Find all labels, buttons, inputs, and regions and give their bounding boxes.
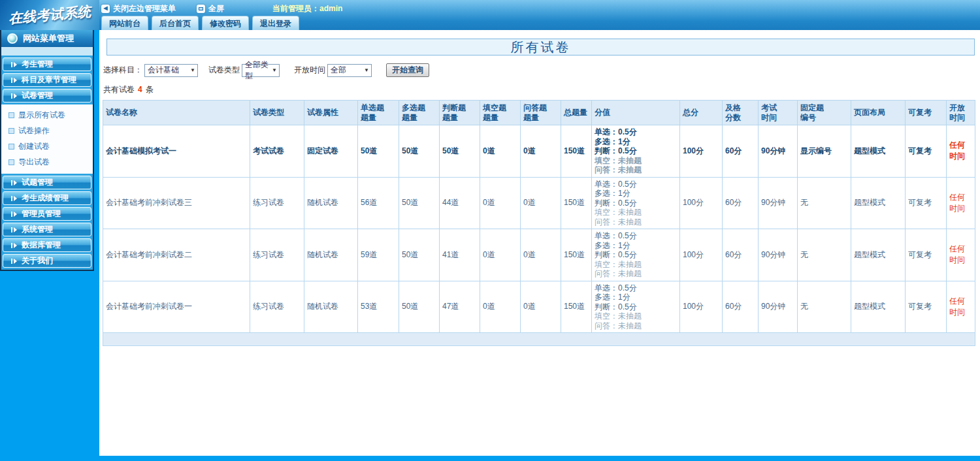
paper-type-filter-label: 试卷类型 [208, 65, 240, 76]
tab-change-password[interactable]: 修改密码 [202, 16, 249, 30]
sidebar-group-candidate-mgmt[interactable]: 考生管理 [3, 57, 91, 71]
cell-single-count: 59道 [358, 229, 399, 281]
cell-total-score: 100分 [680, 125, 723, 178]
open-time-filter-label: 开放时间 [294, 65, 325, 76]
score-line: 问答：未抽题 [595, 269, 677, 279]
sidebar-group-label: 关于我们 [22, 255, 53, 266]
cell-paper-attr: 随机试卷 [304, 281, 358, 333]
sidebar-group-admin-mgmt[interactable]: 管理员管理 [3, 207, 91, 221]
score-line: 单选：0.5分 [595, 180, 677, 189]
cell-score-breakdown: 单选：0.5分 多选：1分 判断：0.5分 填空：未抽题 问答：未抽题 [592, 281, 680, 333]
cell-fixed-no: 无 [798, 177, 851, 229]
paper-count-prefix: 共有试卷 [103, 85, 135, 94]
cell-open-time: 任何时间 [947, 125, 975, 178]
filter-bar: 选择科目： 会计基础 ▼ 试卷类型 全部类型 ▼ 开放时间 全部 ▼ 开始查询 [103, 63, 980, 77]
play-bar-icon [11, 259, 17, 264]
score-line: 单选：0.5分 [595, 127, 677, 137]
cell-total-count: 150道 [561, 177, 592, 229]
fullscreen-label: 全屏 [208, 3, 224, 14]
app-logo-text: 在线考试系统 [8, 3, 91, 28]
submenu-item-export-paper[interactable]: 导出试卷 [8, 157, 93, 168]
cell-page-layout: 题型模式 [851, 125, 906, 178]
cell-exam-time: 90分钟 [759, 125, 798, 178]
open-time-select[interactable]: 全部 ▼ [327, 64, 372, 77]
cell-judge-count: 47道 [440, 281, 480, 333]
chevron-down-icon: ▼ [364, 67, 369, 73]
sidebar-group-score-mgmt[interactable]: 考生成绩管理 [3, 191, 91, 205]
subject-select-value: 会计基础 [148, 65, 179, 76]
submenu-item-paper-operations[interactable]: 试卷操作 [8, 125, 93, 136]
submenu-item-show-all-papers[interactable]: 显示所有试卷 [8, 110, 93, 121]
score-line: 填空：未抽题 [595, 208, 677, 217]
cell-blank-count: 0道 [480, 125, 521, 178]
cell-judge-count: 41道 [440, 229, 480, 281]
current-admin-label: 当前管理员：admin [272, 3, 342, 14]
globe-orb-icon [7, 33, 18, 44]
square-bullet-icon [8, 112, 14, 118]
submenu-item-create-paper[interactable]: 创建试卷 [8, 141, 93, 152]
fullscreen-link[interactable]: 全屏 [197, 3, 224, 14]
score-line: 多选：1分 [595, 189, 677, 199]
cell-pass-score: 60分 [723, 229, 759, 281]
cell-score-breakdown: 单选：0.5分 多选：1分 判断：0.5分 填空：未抽题 问答：未抽题 [592, 177, 680, 229]
cell-total-score: 100分 [680, 177, 723, 229]
col-total-count: 总题量 [561, 101, 592, 125]
tab-site-front[interactable]: 网站前台 [101, 16, 148, 30]
cell-total-count: 150道 [561, 229, 592, 281]
play-bar-icon [11, 243, 17, 248]
cell-fixed-no: 显示编号 [798, 125, 851, 178]
play-bar-icon [11, 196, 17, 201]
cell-paper-type: 考试试卷 [250, 125, 304, 178]
subject-select[interactable]: 会计基础 ▼ [144, 64, 198, 77]
cell-paper-attr: 随机试卷 [304, 229, 358, 281]
sidebar-group-system-mgmt[interactable]: 系统管理 [3, 223, 91, 236]
score-line: 判断：0.5分 [595, 199, 677, 208]
cell-total-score: 100分 [680, 281, 723, 333]
topbar-links: ◀ 关闭左边管理菜单 全屏 当前管理员：admin [101, 3, 342, 14]
cell-open-time: 任何时间 [947, 177, 975, 229]
sidebar-group-about-us[interactable]: 关于我们 [3, 254, 91, 268]
col-qa-count: 问答题 题量 [521, 101, 561, 125]
page-title: 所有试卷 [106, 39, 975, 56]
table-row: 会计基础考前冲刺试卷三 练习试卷 随机试卷 56道 50道 44道 0道 0道 … [103, 177, 975, 229]
sidebar-group-paper-mgmt[interactable]: 试卷管理 [3, 89, 91, 103]
cell-paper-type: 练习试卷 [250, 177, 304, 229]
cell-open-time: 任何时间 [947, 229, 975, 281]
score-line: 填空：未抽题 [595, 156, 677, 166]
submenu-item-label: 显示所有试卷 [18, 110, 65, 121]
sidebar-group-subject-chapter-mgmt[interactable]: 科目及章节管理 [3, 73, 91, 87]
table-row: 会计基础考前冲刺试卷二 练习试卷 随机试卷 59道 50道 41道 0道 0道 … [103, 229, 975, 281]
sidebar-group-label: 考生成绩管理 [22, 193, 69, 204]
cell-paper-type: 练习试卷 [250, 229, 304, 281]
cell-retake: 可复考 [906, 125, 947, 178]
sidebar-group-question-mgmt[interactable]: 试题管理 [3, 176, 91, 189]
play-bar-icon [11, 93, 17, 99]
score-line: 问答：未抽题 [595, 321, 677, 331]
start-query-button[interactable]: 开始查询 [386, 63, 429, 77]
cell-page-layout: 题型模式 [851, 177, 906, 229]
sidebar-group-label: 试卷管理 [22, 90, 53, 101]
chevron-down-icon: ▼ [190, 67, 195, 73]
cell-retake: 可复考 [906, 281, 947, 333]
sidebar-divider [1, 47, 93, 56]
play-bar-icon [11, 180, 17, 185]
cell-exam-time: 90分钟 [759, 177, 798, 229]
cell-score-breakdown: 单选：0.5分 多选：1分 判断：0.5分 填空：未抽题 问答：未抽题 [592, 125, 680, 178]
paper-type-select[interactable]: 全部类型 ▼ [242, 64, 280, 77]
close-left-menu-link[interactable]: ◀ 关闭左边管理菜单 [101, 3, 176, 14]
play-bar-icon [11, 227, 17, 232]
score-line: 多选：1分 [595, 137, 677, 147]
top-bar: 在线考试系统 ◀ 关闭左边管理菜单 全屏 当前管理员：admin 网站前台 后台… [0, 0, 980, 30]
col-blank-count: 填空题 题量 [480, 101, 521, 125]
tab-admin-home[interactable]: 后台首页 [152, 16, 199, 30]
sidebar-group-database-mgmt[interactable]: 数据库管理 [3, 238, 91, 252]
col-paper-type: 试卷类型 [250, 101, 304, 125]
chevron-down-icon: ▼ [272, 67, 277, 73]
cell-pass-score: 60分 [723, 281, 759, 333]
fullscreen-icon [197, 5, 205, 13]
tab-logout[interactable]: 退出登录 [252, 16, 299, 30]
sidebar-group-label: 考生管理 [22, 59, 53, 70]
score-line: 填空：未抽题 [595, 260, 677, 270]
cell-pass-score: 60分 [723, 125, 759, 178]
cell-retake: 可复考 [906, 229, 947, 281]
